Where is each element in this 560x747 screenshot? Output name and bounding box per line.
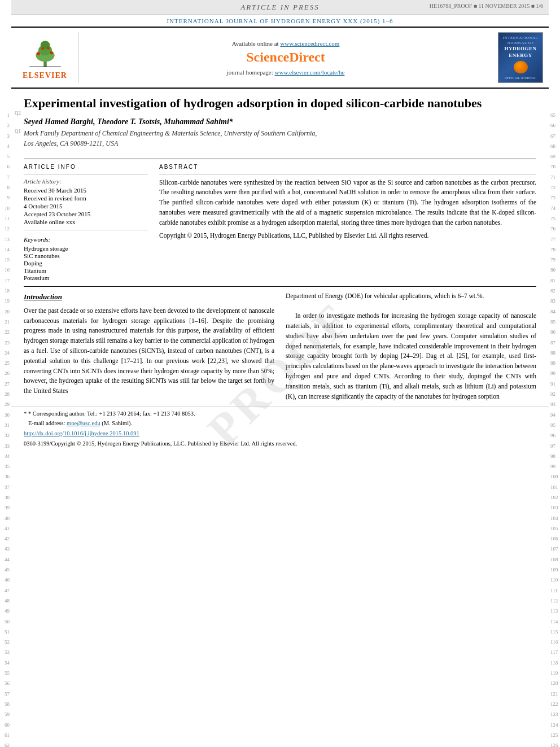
introduction-title: Introduction [24, 291, 274, 303]
keyword-2: SiC nanotubes [24, 252, 148, 259]
article-info-abstract-section: ARTICLE INFO Article history: Received 3… [11, 164, 549, 282]
abstract-header: ABSTRACT [159, 164, 536, 170]
elsevier-tree-icon [25, 36, 65, 69]
abstract-divider [159, 174, 536, 175]
svg-point-4 [37, 52, 40, 55]
affiliation-line2: Los Angeles, CA 90089-1211, USA [24, 139, 536, 148]
intro-right-text: Department of Energy (DOE) for vehicular… [286, 291, 536, 402]
article-in-press-label: ARTICLE IN PRESS [240, 3, 320, 11]
article-title: Experimental investigation of hydrogen a… [24, 95, 536, 112]
article-header: Q2 Experimental investigation of hydroge… [11, 89, 549, 154]
available-online-text: Available online at www.sciencedirect.co… [232, 40, 340, 47]
intro-col-right: Department of Energy (DOE) for vehicular… [286, 291, 536, 402]
email-suffix: (M. Sahimi). [102, 420, 132, 426]
email-label: E-mail address: [28, 420, 65, 426]
doi-note: http://dx.doi.org/10.1016/j.ijhydene.201… [24, 430, 536, 438]
doi-link[interactable]: http://dx.doi.org/10.1016/j.ijhydene.201… [24, 430, 139, 436]
journal-homepage-link[interactable]: www.elsevier.com/locate/he [275, 69, 345, 76]
keyword-4: Titanium [24, 267, 148, 274]
info-divider [24, 174, 148, 175]
brand-part1: Science [246, 50, 289, 64]
brand-part2: Direct [289, 50, 325, 64]
keywords-label: Keywords: [24, 236, 148, 243]
cover-circle-graphic [514, 61, 528, 73]
left-line-numbers: 123456 789101112 131415161718 1920212223… [0, 0, 11, 747]
cover-image: International Journal ofHYDROGENENERGY O… [498, 32, 543, 83]
journal-header: ELSEVIER Available online at www.science… [11, 28, 549, 89]
article-in-press-bar: ARTICLE IN PRESS HE16788_proof ■ 11 Nove… [11, 0, 549, 15]
abstract-copyright: Copyright © 2015, Hydrogen Energy Public… [159, 231, 536, 241]
intro-col-left: Introduction Over the past decade or so … [24, 291, 274, 402]
footnotes: * * Corresponding author. Tel.: +1 213 7… [11, 407, 549, 453]
article-history-label: Article history: [24, 178, 148, 185]
svg-point-5 [50, 51, 53, 54]
received-revised-label: Received in revised form [24, 195, 148, 202]
elsevier-brand-text: ELSEVIER [23, 71, 67, 80]
abstract-col: ABSTRACT Silicon-carbide nanotubes were … [159, 164, 536, 282]
email-link[interactable]: moe@usc.edu [67, 420, 100, 426]
elsevier-logo-block: ELSEVIER [17, 32, 79, 83]
received-oct4-date: 4 October 2015 [24, 203, 148, 209]
received-date-1: Received 30 March 2015 [24, 187, 148, 194]
affiliation-line1: Mork Family Department of Chemical Engin… [24, 129, 536, 138]
svg-point-7 [47, 46, 50, 49]
header-divider [24, 159, 536, 159]
article-info-col: ARTICLE INFO Article history: Received 3… [24, 164, 148, 282]
q2-marker: Q2 [15, 110, 21, 116]
journal-title: INTERNATIONAL JOURNAL OF HYDROGEN ENERGY… [167, 18, 393, 24]
article-info-header: ARTICLE INFO [24, 164, 148, 170]
journal-cover: International Journal ofHYDROGENENERGY O… [492, 32, 543, 83]
introduction-section: Introduction Over the past decade or so … [11, 291, 549, 402]
abstract-text: Silicon-carbide nanotubes were synthesiz… [159, 178, 536, 241]
corresponding-author-text: * Corresponding author. Tel.: +1 213 740… [28, 410, 195, 417]
header-center: Available online at www.sciencedirect.co… [79, 32, 492, 83]
keyword-3: Doping [24, 260, 148, 267]
right-line-numbers: 656667686970 717273747576 777879808182 8… [549, 0, 560, 747]
accepted-date: Accepted 23 October 2015 [24, 211, 148, 217]
copyright-note: 0360-3199/Copyright © 2015, Hydrogen Ene… [24, 440, 536, 448]
journal-homepage: journal homepage: www.elsevier.com/locat… [227, 69, 345, 76]
keywords-divider [24, 230, 148, 230]
author-names: Seyed Hamed Barghi, Theodore T. Tsotsis,… [24, 117, 233, 126]
email-note: E-mail address: moe@usc.edu (M. Sahimi). [24, 420, 536, 428]
sciencedirect-brand: ScienceDirect [246, 50, 325, 65]
journal-title-bar: INTERNATIONAL JOURNAL OF HYDROGEN ENERGY… [11, 15, 549, 28]
main-divider [24, 286, 536, 287]
keyword-5: Potassium [24, 274, 148, 281]
intro-left-text: Over the past decade or so extensive eff… [24, 306, 274, 396]
keyword-1: Hydrogen storage [24, 245, 148, 252]
available-online: Available online xxx [24, 219, 148, 225]
authors: Seyed Hamed Barghi, Theodore T. Tsotsis,… [24, 117, 536, 126]
svg-point-6 [41, 47, 44, 50]
sciencedirect-url[interactable]: www.sciencedirect.com [280, 40, 339, 47]
footnote-asterisk: * [24, 410, 28, 417]
q1-marker: Q1 [15, 128, 21, 134]
proof-meta: HE16788_proof ■ 11 November 2015 ■ 1/6 [430, 3, 543, 9]
corresponding-author-note: * * Corresponding author. Tel.: +1 213 7… [24, 410, 536, 418]
abstract-paragraph: Silicon-carbide nanotubes were synthesiz… [159, 178, 536, 228]
